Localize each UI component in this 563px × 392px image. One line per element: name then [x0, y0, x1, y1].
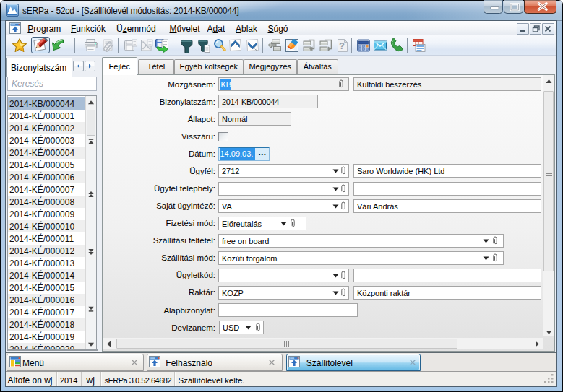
svg-text:?: ?	[339, 40, 345, 51]
